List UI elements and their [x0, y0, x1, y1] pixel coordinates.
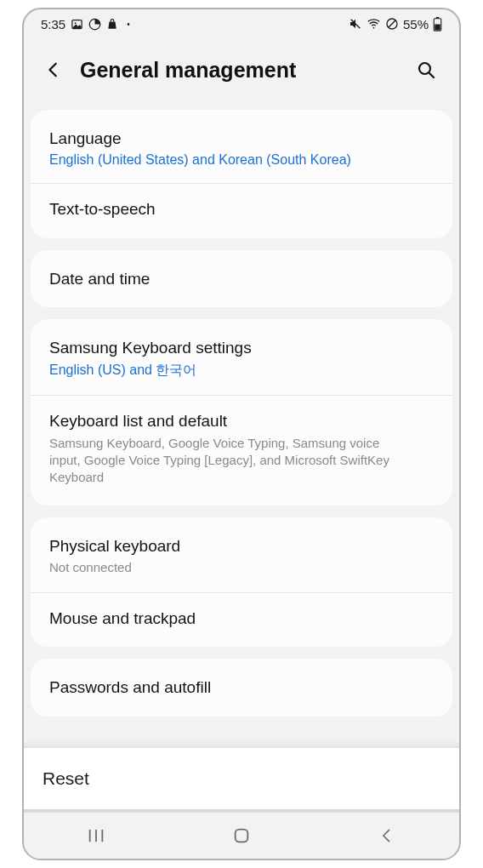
item-title-samsung-kb: Samsung Keyboard settings	[49, 338, 434, 358]
data-saver-icon	[88, 18, 101, 31]
item-title-passwords: Passwords and autofill	[49, 677, 434, 698]
section-physical-mouse: Physical keyboard Not connected Mouse an…	[31, 517, 452, 648]
item-passwords-autofill[interactable]: Passwords and autofill	[31, 662, 452, 713]
battery-percent: 55%	[403, 17, 429, 31]
item-title-kb-list: Keyboard list and default	[49, 411, 434, 431]
item-mouse-trackpad[interactable]: Mouse and trackpad	[31, 593, 452, 644]
header: General management	[24, 38, 459, 110]
item-physical-keyboard[interactable]: Physical keyboard Not connected	[31, 521, 452, 593]
section-passwords: Passwords and autofill	[31, 659, 452, 717]
search-icon	[416, 60, 436, 80]
svg-rect-15	[236, 830, 248, 842]
item-title-datetime: Date and time	[49, 269, 434, 289]
svg-line-11	[429, 73, 434, 77]
svg-point-4	[373, 27, 375, 29]
search-button[interactable]	[412, 55, 440, 84]
device-frame: 5:35 • 55% General management Language E…	[22, 8, 461, 860]
bag-icon	[106, 18, 118, 31]
status-right: 55%	[349, 17, 442, 31]
status-bar: 5:35 • 55%	[24, 9, 459, 38]
section-datetime: Date and time	[31, 250, 452, 308]
item-samsung-keyboard[interactable]: Samsung Keyboard settings English (US) a…	[31, 323, 452, 396]
item-tts[interactable]: Text-to-speech	[31, 184, 452, 235]
home-icon	[232, 826, 251, 845]
reset-menu-item[interactable]: Reset	[22, 748, 461, 809]
image-icon	[71, 18, 83, 31]
more-indicator-icon: •	[127, 20, 130, 29]
mute-icon	[349, 17, 362, 31]
svg-line-6	[389, 20, 395, 27]
status-left: 5:35 •	[41, 17, 130, 31]
item-sub-kb-list: Samsung Keyboard, Google Voice Typing, S…	[49, 435, 406, 487]
no-sim-icon	[385, 17, 399, 31]
item-title-mouse: Mouse and trackpad	[49, 608, 434, 629]
page-title: General management	[80, 58, 412, 83]
section-keyboards: Samsung Keyboard settings English (US) a…	[31, 319, 452, 505]
item-title-physical-kb: Physical keyboard	[49, 536, 434, 557]
svg-point-1	[75, 22, 77, 24]
wifi-icon	[367, 17, 381, 31]
nav-recents-button[interactable]	[66, 819, 126, 853]
svg-rect-9	[435, 24, 440, 30]
svg-rect-8	[436, 17, 439, 19]
item-sub-physical-kb: Not connected	[49, 559, 406, 576]
status-time: 5:35	[41, 17, 65, 31]
nav-back-icon	[378, 827, 395, 844]
battery-icon	[433, 17, 442, 31]
nav-home-button[interactable]	[212, 819, 271, 853]
chevron-left-icon	[44, 60, 63, 79]
system-navbar	[24, 813, 459, 859]
item-sub-samsung-kb: English (US) and 한국어	[49, 362, 434, 380]
svg-point-10	[419, 63, 430, 74]
item-sub-language: English (United States) and Korean (Sout…	[49, 152, 434, 168]
item-datetime[interactable]: Date and time	[31, 254, 452, 305]
recents-icon	[87, 828, 105, 843]
item-title-tts: Text-to-speech	[49, 199, 434, 220]
back-button[interactable]	[39, 55, 68, 84]
item-language[interactable]: Language English (United States) and Kor…	[31, 113, 452, 184]
section-language-tts: Language English (United States) and Kor…	[31, 110, 452, 238]
item-keyboard-list[interactable]: Keyboard list and default Samsung Keyboa…	[31, 396, 452, 502]
reset-label: Reset	[43, 768, 89, 788]
item-title-language: Language	[49, 128, 434, 149]
nav-back-button[interactable]	[357, 819, 417, 853]
